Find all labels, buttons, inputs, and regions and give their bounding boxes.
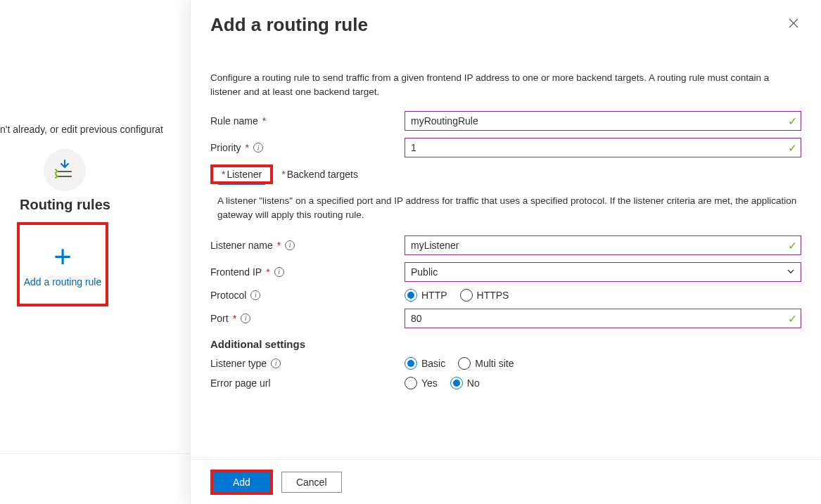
frontend-ip-row: Frontend IP * i Public: [210, 262, 801, 282]
frontend-ip-select[interactable]: Public: [405, 262, 801, 282]
listener-name-row: Listener name * i ✓: [210, 235, 801, 255]
checkmark-icon: ✓: [788, 141, 797, 155]
checkmark-icon: ✓: [788, 115, 797, 128]
port-input[interactable]: [405, 309, 801, 328]
protocol-label: Protocol: [210, 290, 246, 301]
panel-title: Add a routing rule: [210, 14, 368, 36]
error-page-radio-group: Yes No: [405, 377, 801, 389]
tab-backend-targets[interactable]: *Backend targets: [276, 164, 364, 184]
highlight-box-add: Add: [210, 470, 273, 495]
priority-row: Priority * i ✓: [210, 138, 801, 157]
tab-listener[interactable]: *Listener: [216, 164, 267, 184]
protocol-http-radio[interactable]: [405, 289, 417, 302]
info-icon[interactable]: i: [250, 290, 260, 300]
listener-fields: Listener name * i ✓ Frontend IP * i P: [210, 235, 801, 389]
listener-type-basic-radio[interactable]: [405, 357, 417, 370]
close-icon[interactable]: [786, 14, 801, 34]
info-icon[interactable]: i: [241, 314, 250, 323]
error-page-label: Error page url: [210, 377, 271, 389]
info-icon[interactable]: i: [253, 143, 263, 153]
listener-description: A listener "listens" on a specified port…: [217, 194, 801, 223]
listener-type-radio-group: Basic Multi site: [405, 357, 801, 370]
cancel-button[interactable]: Cancel: [281, 472, 342, 493]
routing-rules-heading: Routing rules: [20, 197, 110, 213]
checkmark-icon: ✓: [788, 311, 797, 325]
routing-icon: [53, 159, 76, 181]
listener-name-input[interactable]: [405, 235, 801, 255]
additional-settings-heading: Additional settings: [210, 338, 801, 350]
error-page-no-radio[interactable]: [450, 377, 463, 389]
left-divider: [0, 453, 190, 454]
panel-header: Add a routing rule: [191, 0, 821, 43]
rule-name-label: Rule name: [210, 115, 258, 127]
highlight-box-listener: *Listener: [210, 164, 273, 184]
chevron-down-icon: [787, 266, 795, 278]
listener-name-label: Listener name: [210, 240, 273, 251]
info-icon[interactable]: i: [271, 358, 281, 368]
protocol-row: Protocol i HTTP HTTPS: [210, 289, 801, 302]
required-asterisk: *: [246, 142, 249, 153]
protocol-radio-group: HTTP HTTPS: [405, 289, 801, 302]
wizard-step-text: n't already, or edit previous configurat: [0, 124, 190, 135]
routing-step-icon: [44, 149, 86, 191]
protocol-https-radio[interactable]: [460, 289, 473, 302]
listener-type-label: Listener type: [210, 358, 267, 369]
rule-name-input[interactable]: [405, 111, 801, 131]
port-row: Port * i ✓: [210, 309, 801, 328]
port-label: Port: [210, 313, 229, 324]
plus-icon: +: [53, 241, 72, 272]
panel-description: Configure a routing rule to send traffic…: [210, 71, 801, 98]
tabs-row: *Listener *Backend targets: [210, 164, 801, 184]
frontend-ip-label: Frontend IP: [210, 266, 262, 278]
info-icon[interactable]: i: [285, 240, 295, 250]
add-routing-rule-panel: Add a routing rule Configure a routing r…: [190, 0, 821, 504]
panel-body: Configure a routing rule to send traffic…: [191, 71, 821, 389]
panel-footer: Add Cancel: [191, 459, 821, 504]
listener-type-multi-radio[interactable]: [458, 357, 471, 370]
add-routing-rule-tile[interactable]: + Add a routing rule: [17, 222, 108, 306]
priority-input[interactable]: [405, 138, 801, 157]
error-page-row: Error page url Yes No: [210, 377, 801, 389]
add-tile-label: Add a routing rule: [24, 276, 102, 287]
rule-name-row: Rule name * ✓: [210, 111, 801, 131]
priority-label: Priority: [210, 142, 241, 153]
listener-type-row: Listener type i Basic Multi site: [210, 357, 801, 370]
add-button[interactable]: Add: [213, 472, 270, 492]
error-page-yes-radio[interactable]: [405, 377, 417, 389]
checkmark-icon: ✓: [788, 238, 797, 252]
required-asterisk: *: [262, 115, 266, 127]
info-icon[interactable]: i: [274, 267, 284, 277]
